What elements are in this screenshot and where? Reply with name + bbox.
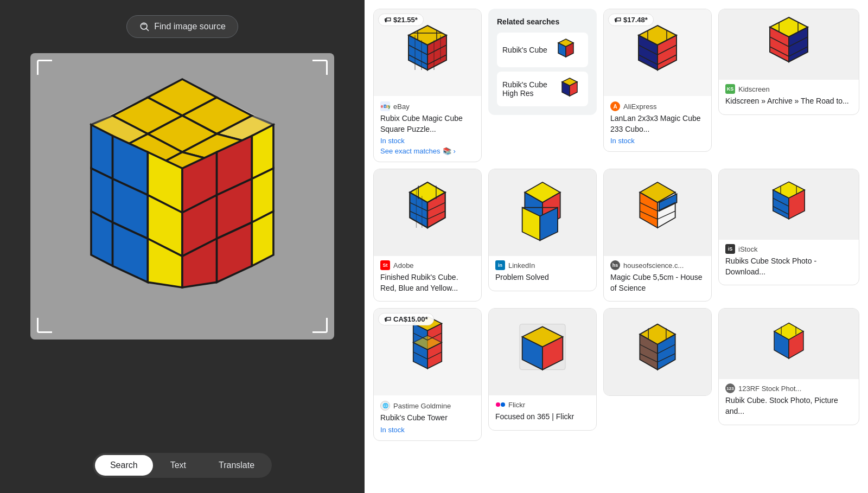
kidscreen-card[interactable]: KS Kidscreen Kidscreen » Archive » The R… (718, 9, 859, 115)
corner-tl (37, 60, 52, 75)
svg-text:e: e (381, 104, 384, 109)
related-item-1[interactable]: Rubik's Cube (497, 33, 588, 67)
houseofsci-card[interactable]: hs houseofscience.c... Magic Cube 5,5cm … (603, 169, 712, 302)
bottom-tabs: Search Text Translate (93, 453, 272, 478)
image-display (30, 53, 334, 340)
adobe-title: Finished Rubik's Cube. Red, Blue and Yel… (380, 272, 475, 293)
tab-text[interactable]: Text (155, 455, 201, 476)
price-badge-2: 🏷 $17.48* (608, 14, 654, 26)
rf123-card[interactable]: 123 123RF Stock Phot... Rubik Cube. Stoc… (718, 308, 859, 425)
search-icon (139, 21, 150, 32)
adobe-card[interactable]: St Adobe Finished Rubik's Cube. Red, Blu… (373, 169, 482, 302)
pastime-icon: 🌐 (380, 401, 390, 411)
istock-cube-image (762, 177, 816, 232)
product1-title: Rubix Cube Magic Cube Square Puzzle... (380, 113, 475, 135)
houseofsci-cube-image (622, 175, 693, 251)
bottom-image-card-3[interactable] (603, 308, 712, 396)
houseofsci-title: Magic Cube 5,5cm - House of Science (610, 272, 705, 293)
adobe-cube-image (392, 175, 463, 251)
tab-translate[interactable]: Translate (203, 455, 270, 476)
flickr-icon (495, 400, 505, 409)
kidscreen-title: Kidscreen » Archive » The Road to... (725, 96, 852, 107)
rf123-cube-image (762, 317, 816, 371)
linkedin-card[interactable]: in LinkedIn Problem Solved (488, 169, 597, 291)
linkedin-title: Problem Solved (495, 272, 590, 283)
pastime-title: Rubik's Cube Tower (380, 413, 475, 424)
flickr-title: Focused on 365 | Flickr (495, 412, 590, 422)
book-emoji: 📚 (443, 147, 451, 155)
tag-icon-3: 🏷 (384, 315, 391, 323)
find-source-button[interactable]: Find image source (126, 15, 238, 38)
product2-cube-image (625, 20, 690, 85)
svg-line-1 (146, 29, 149, 31)
corner-bl (37, 318, 52, 333)
istock-card[interactable]: iS iStock Rubiks Cube Stock Photo - Down… (718, 169, 859, 285)
istock-icon: iS (725, 244, 735, 254)
pastime-cube-image (392, 314, 463, 390)
price-badge-3: 🏷 CA$15.00* (378, 313, 434, 325)
tag-icon-2: 🏷 (614, 16, 621, 24)
corner-br (312, 318, 328, 333)
corner-tr (312, 60, 328, 75)
product2-title: LanLan 2x3x3 Magic Cube 233 Cubo... (610, 113, 705, 135)
ebay-product-card[interactable]: 🏷 $21.55* (373, 9, 482, 162)
kidscreen-icon: KS (725, 84, 735, 94)
chevron-right-icon: › (454, 147, 456, 155)
related-thumb-1 (553, 37, 579, 63)
pastime-status: In stock (380, 426, 475, 434)
product1-status: In stock (380, 137, 475, 145)
product2-status: In stock (610, 137, 705, 145)
adobe-icon: St (380, 260, 390, 270)
ebay-icon: eBay (380, 101, 390, 111)
houseofsci-icon: hs (610, 260, 620, 270)
product1-cube-image (395, 20, 460, 85)
flickr-cube-image (507, 314, 578, 390)
related-searches: Related searches Rubik's Cube Rubik' (488, 9, 597, 115)
linkedin-icon: in (495, 260, 505, 270)
price-badge-1: 🏷 $21.55* (378, 14, 424, 26)
kidscreen-cube-image (754, 12, 824, 77)
svg-text:y: y (388, 104, 390, 109)
left-panel: Find image source (0, 0, 365, 493)
pastime-product-card[interactable]: 🏷 CA$15.00* (373, 308, 482, 441)
rf123-title: Rubik Cube. Stock Photo, Picture and... (725, 395, 852, 417)
tab-search[interactable]: Search (95, 455, 153, 476)
right-panel[interactable]: 🏷 $21.55* (365, 0, 868, 493)
rf123-icon: 123 (725, 383, 735, 393)
aliexpress-icon: A (610, 101, 620, 111)
rubiks-cube-image (52, 66, 312, 326)
bottom-cube3-image (622, 314, 693, 390)
linkedin-cube-image (507, 175, 578, 251)
flickr-card[interactable]: Flickr Focused on 365 | Flickr (488, 308, 597, 431)
related-thumb-2 (557, 76, 583, 102)
aliexpress-product-card[interactable]: 🏷 $17.48* (603, 9, 712, 152)
tag-icon-1: 🏷 (384, 16, 391, 24)
related-item-2[interactable]: Rubik's Cube High Res (497, 72, 588, 106)
related-searches-title: Related searches (497, 17, 588, 26)
see-exact-matches[interactable]: See exact matches 📚 › (380, 147, 475, 155)
istock-title: Rubiks Cube Stock Photo - Download... (725, 256, 852, 277)
